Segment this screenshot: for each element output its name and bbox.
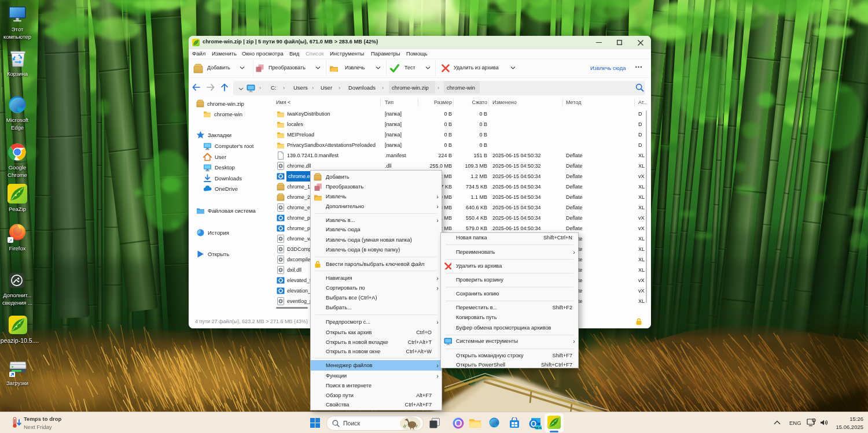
svg-text:NEW: NEW [535,426,542,430]
